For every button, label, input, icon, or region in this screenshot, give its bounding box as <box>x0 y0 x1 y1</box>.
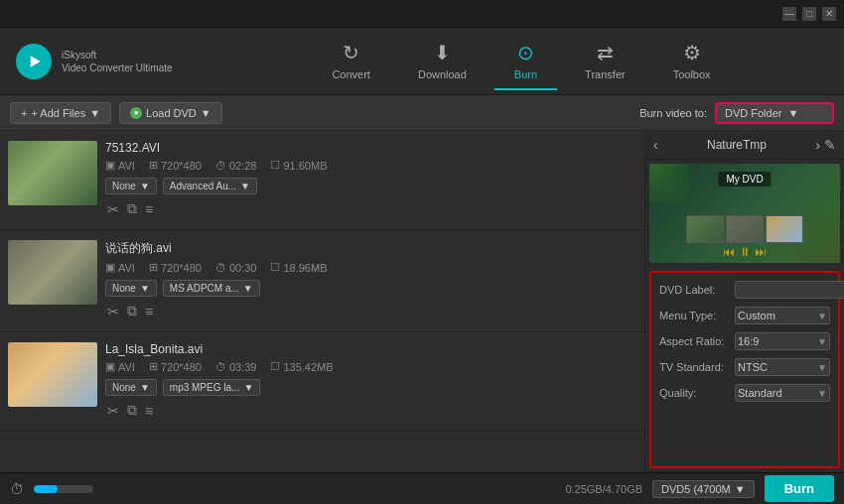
tv-standard-arrow: ▼ <box>817 362 827 373</box>
format-icon: ▣ <box>105 261 115 274</box>
burn-icon: ⊙ <box>517 41 534 64</box>
settings-button[interactable]: ≡ <box>143 301 155 321</box>
right-panel: ‹ NatureTmp › ✎ My DVD ⏮ ⏸ ⏭ DVD Label: <box>645 131 844 472</box>
aspect-ratio-select[interactable]: 16:9 ▼ <box>735 332 830 350</box>
duration-icon: ⏱ <box>215 262 226 274</box>
dvd-prev-icon: ⏮ <box>723 245 735 259</box>
file-list: 75132.AVI ▣ AVI ⊞ 720*480 ⏱ 02:28 <box>0 131 645 472</box>
file-actions: ✂ ⧉ ≡ <box>105 400 636 421</box>
maximize-button[interactable]: □ <box>802 7 816 21</box>
add-files-button[interactable]: + + Add Files ▼ <box>10 102 111 124</box>
dvd-playback-controls: ⏮ ⏸ ⏭ <box>723 245 767 259</box>
tab-toolbox[interactable]: ⚙ Toolbox <box>653 33 731 90</box>
file-meta: ▣ AVI ⊞ 720*480 ⏱ 02:28 ☐ 91.60MB <box>105 159 636 172</box>
download-icon: ⬇ <box>434 41 451 64</box>
audio2-select[interactable]: Advanced Au... ▼ <box>163 178 257 194</box>
size-icon: ☐ <box>270 261 280 274</box>
panel-prev-button[interactable]: ‹ <box>653 137 658 153</box>
audio1-select[interactable]: None ▼ <box>105 379 157 396</box>
file-size: ☐ 18.96MB <box>270 261 327 274</box>
transfer-icon: ⇄ <box>597 41 614 64</box>
tv-standard-row: TV Standard: NTSC ▼ <box>659 358 830 376</box>
dvd-dot-icon: ● <box>130 107 142 119</box>
file-name: La_Isla_Bonita.avi <box>105 342 636 356</box>
audio1-arrow: ▼ <box>140 181 150 191</box>
clock-icon: ⏱ <box>10 481 24 497</box>
audio1-arrow: ▼ <box>140 283 150 294</box>
load-dvd-button[interactable]: ● Load DVD ▼ <box>119 102 222 124</box>
audio1-arrow: ▼ <box>140 382 150 393</box>
aspect-ratio-label: Aspect Ratio: <box>659 335 731 347</box>
list-item: 75132.AVI ▣ AVI ⊞ 720*480 ⏱ 02:28 <box>0 131 644 230</box>
aspect-ratio-row: Aspect Ratio: 16:9 ▼ <box>659 332 830 350</box>
file-controls: None ▼ MS ADPCM a... ▼ <box>105 280 636 297</box>
tab-download[interactable]: ⬇ Download <box>398 33 487 90</box>
close-button[interactable]: ✕ <box>822 7 836 21</box>
dvd-mini-thumb <box>766 215 803 243</box>
burn-target-select[interactable]: DVD Folder ▼ <box>715 102 834 124</box>
tab-convert[interactable]: ↻ Convert <box>312 33 390 90</box>
audio1-select[interactable]: None ▼ <box>105 178 157 194</box>
file-format: ▣ AVI <box>105 261 135 274</box>
settings-button[interactable]: ≡ <box>143 400 155 421</box>
menu-type-row: Menu Type: Custom ▼ <box>659 307 830 324</box>
tv-standard-select[interactable]: NTSC ▼ <box>735 358 830 376</box>
window-controls: — □ ✕ <box>782 7 836 21</box>
file-controls: None ▼ mp3 MPEG la... ▼ <box>105 379 636 396</box>
dvd-format-select[interactable]: DVD5 (4700M ▼ <box>652 480 755 498</box>
resolution-icon: ⊞ <box>149 360 158 373</box>
logo-text: iSkysoft Video Converter Ultimate <box>62 49 173 74</box>
audio2-select[interactable]: MS ADPCM a... ▼ <box>163 280 260 297</box>
load-dvd-arrow: ▼ <box>201 107 211 119</box>
audio2-arrow: ▼ <box>243 382 253 393</box>
menu-type-select[interactable]: Custom ▼ <box>735 307 830 324</box>
quality-label: Quality: <box>659 387 731 399</box>
file-duration: ⏱ 02:28 <box>215 160 257 172</box>
file-controls: None ▼ Advanced Au... ▼ <box>105 178 636 194</box>
settings-button[interactable]: ≡ <box>143 198 155 219</box>
cut-button[interactable]: ✂ <box>105 198 121 219</box>
tab-transfer[interactable]: ⇄ Transfer <box>565 33 645 90</box>
file-name: 75132.AVI <box>105 141 636 155</box>
add-files-arrow: ▼ <box>89 107 100 119</box>
file-format: ▣ AVI <box>105 159 135 172</box>
panel-edit-button[interactable]: ✎ <box>824 137 836 153</box>
file-info: 说话的狗.avi ▣ AVI ⊞ 720*480 ⏱ 00:30 <box>105 240 636 321</box>
resolution-icon: ⊞ <box>149 261 158 274</box>
quality-select[interactable]: Standard ▼ <box>735 384 830 402</box>
audio2-arrow: ▼ <box>240 181 250 191</box>
tab-burn[interactable]: ⊙ Burn <box>494 33 557 90</box>
burn-select-arrow: ▼ <box>787 107 798 119</box>
panel-next-button[interactable]: › <box>815 137 820 153</box>
file-info: La_Isla_Bonita.avi ▣ AVI ⊞ 720*480 ⏱ 03:… <box>105 342 636 421</box>
cut-button[interactable]: ✂ <box>105 301 121 321</box>
resolution-icon: ⊞ <box>149 159 158 172</box>
duration-icon: ⏱ <box>215 160 226 172</box>
dvd-settings-panel: DVD Label: Menu Type: Custom ▼ Aspect Ra… <box>649 271 840 468</box>
progress-bar <box>34 485 93 493</box>
svg-marker-0 <box>31 56 41 67</box>
size-icon: ☐ <box>270 159 280 172</box>
nav-tabs: ↻ Convert ⬇ Download ⊙ Burn ⇄ Transfer ⚙… <box>199 33 844 90</box>
panel-header: ‹ NatureTmp › ✎ <box>645 131 844 160</box>
crop-button[interactable]: ⧉ <box>125 400 139 421</box>
burn-button[interactable]: Burn <box>765 475 834 502</box>
file-name: 说话的狗.avi <box>105 240 636 257</box>
cut-button[interactable]: ✂ <box>105 400 121 421</box>
minimize-button[interactable]: — <box>782 7 796 21</box>
dvd-label-input[interactable] <box>735 281 844 299</box>
file-meta: ▣ AVI ⊞ 720*480 ⏱ 00:30 ☐ 18.96MB <box>105 261 636 274</box>
dvd-thumbnails <box>649 215 840 243</box>
audio1-select[interactable]: None ▼ <box>105 280 157 297</box>
crop-button[interactable]: ⧉ <box>125 301 139 321</box>
file-duration: ⏱ 00:30 <box>215 262 257 274</box>
size-icon: ☐ <box>270 360 280 373</box>
plus-icon: + <box>21 107 27 119</box>
file-info: 75132.AVI ▣ AVI ⊞ 720*480 ⏱ 02:28 <box>105 141 636 219</box>
dvd-label-overlay: My DVD <box>718 172 771 187</box>
dvd-mini-thumb <box>686 215 724 243</box>
file-resolution: ⊞ 720*480 <box>149 360 202 373</box>
audio2-select[interactable]: mp3 MPEG la... ▼ <box>163 379 260 396</box>
crop-button[interactable]: ⧉ <box>125 198 139 219</box>
menu-type-label: Menu Type: <box>659 310 731 321</box>
